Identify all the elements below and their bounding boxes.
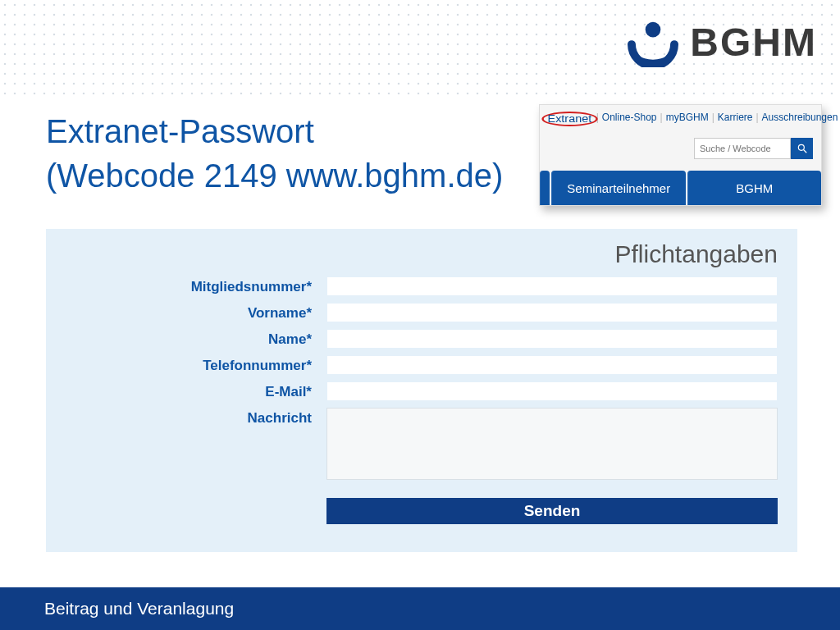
input-member-no[interactable]	[326, 276, 778, 296]
brand-logo: BGHM	[628, 16, 817, 67]
row-last-name: Name*	[66, 329, 778, 350]
inset-search-button[interactable]	[791, 138, 813, 159]
row-first-name: Vorname*	[66, 303, 778, 324]
input-first-name[interactable]	[326, 303, 778, 322]
input-email[interactable]	[326, 381, 778, 401]
row-member-no: Mitgliedsnummer*	[66, 276, 778, 298]
inset-top-links: Extranet | Online-Shop | myBGHM | Karrie…	[540, 105, 821, 130]
inset-search-input[interactable]	[694, 138, 791, 159]
title-line-1: Extranet-Passwort	[46, 113, 314, 149]
inset-link-karriere[interactable]: Karriere	[718, 112, 753, 126]
row-message: Nachricht	[66, 408, 778, 480]
inset-link-extranet[interactable]: Extranet	[541, 112, 597, 126]
inset-link-onlineshop[interactable]: Online-Shop	[602, 112, 657, 126]
svg-line-2	[803, 150, 806, 153]
row-email: E-Mail*	[66, 381, 778, 403]
search-icon	[797, 143, 808, 154]
inset-link-ausschreibungen[interactable]: Ausschreibungen	[762, 112, 838, 126]
form-panel: Pflichtangaben Mitgliedsnummer* Vorname*…	[46, 229, 797, 552]
footer-text: Beitrag und Veranlagung	[44, 599, 234, 619]
svg-point-1	[798, 144, 804, 150]
inset-tab-bghm[interactable]: BGHM	[687, 171, 822, 205]
row-phone: Telefonnummer*	[66, 355, 778, 377]
label-phone: Telefonnummer*	[66, 355, 326, 377]
input-phone[interactable]	[326, 355, 778, 375]
input-message[interactable]	[326, 408, 778, 480]
inset-tab-seminar[interactable]: Seminarteilnehmer	[551, 171, 686, 205]
brand-name: BGHM	[690, 20, 817, 65]
footer-bar: Beitrag und Veranlagung	[0, 587, 840, 630]
label-first-name: Vorname*	[66, 303, 326, 324]
inset-link-mybghm[interactable]: myBGHM	[666, 112, 709, 126]
label-email: E-Mail*	[66, 381, 326, 403]
title-line-2: (Webcode 2149 www.bghm.de)	[46, 158, 503, 194]
bghm-logo-icon	[628, 16, 678, 67]
submit-button[interactable]: Senden	[326, 498, 778, 524]
svg-point-0	[646, 22, 661, 38]
form-heading: Pflichtangaben	[66, 240, 778, 268]
inset-tab-stub[interactable]	[540, 171, 550, 205]
label-last-name: Name*	[66, 329, 326, 350]
inset-screenshot: Extranet | Online-Shop | myBGHM | Karrie…	[539, 104, 822, 206]
header-dot-band: BGHM	[0, 0, 840, 94]
input-last-name[interactable]	[326, 329, 778, 349]
label-member-no: Mitgliedsnummer*	[66, 276, 326, 298]
label-message: Nachricht	[66, 408, 326, 429]
